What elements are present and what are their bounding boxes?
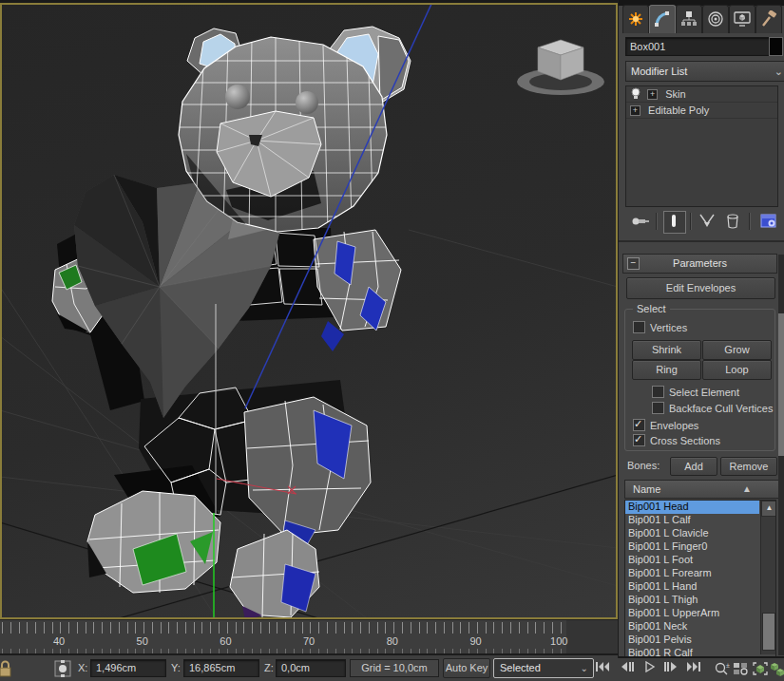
zoom-extents-all-button[interactable] — [766, 658, 784, 677]
selection-filter-value: Selected — [500, 662, 541, 673]
collapse-icon[interactable]: − — [627, 257, 640, 270]
timeline-frame-label: 100 — [550, 635, 567, 647]
timeline-labels: 405060708090100 — [0, 620, 618, 654]
bone-list-item[interactable]: Bip001 L UpperArm — [625, 607, 759, 620]
grow-button[interactable]: Grow — [702, 340, 772, 360]
bulb-icon[interactable] — [630, 87, 642, 101]
lock-selection-icon[interactable] — [0, 659, 11, 678]
bone-list-item[interactable]: Bip001 Head — [625, 501, 759, 514]
scrollbar-thumb[interactable] — [762, 613, 775, 651]
edit-envelopes-button[interactable]: Edit Envelopes — [626, 277, 775, 299]
y-coordinate-field[interactable]: 16,865cm — [183, 659, 259, 677]
modifier-stack[interactable]: + Skin + Editable Poly — [625, 85, 778, 207]
x-coordinate-field[interactable]: 1,496cm — [90, 659, 166, 677]
x-coordinate-label: X: — [78, 662, 87, 673]
remove-bone-button[interactable]: Remove — [720, 457, 777, 476]
bone-rows: Bip001 HeadBip001 L CalfBip001 L Clavicl… — [625, 501, 759, 657]
scroll-up-icon[interactable]: ▲ — [761, 501, 776, 517]
bone-list-item[interactable]: Bip001 L Foot — [625, 554, 759, 567]
bone-list-item[interactable]: Bip001 L Hand — [625, 580, 759, 594]
play-button[interactable] — [639, 658, 661, 677]
parameters-rollout-header[interactable]: − Parameters — [622, 254, 777, 274]
bone-list-item[interactable]: Bip001 Pelvis — [625, 634, 759, 647]
bone-list-item[interactable]: Bip001 L Finger0 — [625, 540, 759, 554]
loop-button[interactable]: Loop — [702, 360, 772, 380]
tab-hierarchy[interactable] — [676, 5, 702, 33]
modify-icon — [654, 10, 671, 28]
z-coordinate-field[interactable]: 0,0cm — [276, 659, 346, 677]
viewcube-gizmo — [517, 40, 604, 95]
modifier-list-dropdown[interactable]: Modifier List ⌄ — [625, 61, 784, 82]
grid-size-indicator: Grid = 10,0cm — [350, 659, 439, 677]
teddy-bear-scene — [2, 5, 616, 617]
viewport-canvas[interactable] — [0, 3, 618, 619]
selection-filter-dropdown[interactable]: Selected ⌄ — [493, 658, 594, 678]
remove-modifier-button[interactable] — [722, 211, 743, 232]
tab-display[interactable] — [729, 5, 755, 33]
modifier-stack-item-editable-poly[interactable]: + Editable Poly — [626, 103, 777, 119]
pin-stack-button[interactable] — [629, 211, 650, 232]
go-to-start-button[interactable] — [591, 658, 614, 677]
sort-ascending-icon[interactable]: ▲ — [742, 481, 752, 498]
select-element-checkbox[interactable] — [652, 386, 664, 398]
make-unique-button[interactable] — [698, 211, 718, 232]
panel-scrollbar[interactable] — [778, 255, 784, 655]
vertices-checkbox-row[interactable]: Vertices — [633, 321, 687, 333]
bone-list-item[interactable]: Bip001 L Clavicle — [625, 527, 759, 540]
expand-icon[interactable]: + — [630, 105, 641, 116]
3dsmax-window: 405060708090100 X: 1,496cm Y: 16,865cm Z… — [0, 0, 784, 681]
chevron-down-icon: ⌄ — [774, 62, 783, 81]
ring-button[interactable]: Ring — [632, 360, 701, 380]
chevron-down-icon: ⌄ — [581, 659, 588, 677]
tab-utilities[interactable] — [755, 5, 782, 33]
bones-row: Bones: Add Remove — [619, 457, 784, 476]
show-end-result-button[interactable] — [663, 211, 686, 234]
bone-list-name-header[interactable]: Name ▲ — [624, 480, 783, 499]
motion-icon — [707, 10, 724, 28]
group-title: Select — [633, 303, 670, 314]
modifier-stack-item-skin[interactable]: + Skin — [626, 86, 777, 103]
modifier-list-label: Modifier List — [631, 66, 687, 77]
modifier-label: Skin — [665, 88, 685, 100]
cross-sections-checkbox-row[interactable]: Cross Sections — [633, 434, 720, 446]
tab-create[interactable] — [622, 5, 649, 33]
tab-motion[interactable] — [702, 5, 729, 33]
bone-list-item[interactable]: Bip001 L Forearm — [625, 567, 759, 580]
backface-cull-checkbox[interactable] — [652, 402, 664, 414]
shrink-button[interactable]: Shrink — [632, 340, 701, 360]
timeline-frame-label: 40 — [53, 635, 65, 647]
vertices-checkbox[interactable] — [633, 321, 645, 333]
envelopes-checkbox[interactable] — [633, 419, 645, 431]
bones-label: Bones: — [627, 460, 660, 471]
timeline-ruler[interactable]: 405060708090100 — [0, 619, 618, 654]
absolute-mode-icon[interactable] — [53, 659, 72, 678]
divider — [619, 240, 784, 242]
bone-list[interactable]: Bip001 HeadBip001 L CalfBip001 L Clavicl… — [624, 500, 776, 657]
cross-sections-checkbox[interactable] — [633, 434, 645, 446]
hierarchy-icon — [680, 10, 698, 28]
perspective-viewport[interactable] — [0, 0, 618, 619]
tab-modify[interactable] — [649, 5, 676, 33]
timeline-frame-label: 60 — [220, 635, 231, 647]
configure-modifier-sets-button[interactable] — [758, 211, 779, 232]
bone-list-item[interactable]: Bip001 L Thigh — [625, 594, 759, 607]
panel-scrollbar-thumb[interactable] — [778, 313, 784, 456]
expand-icon[interactable]: + — [647, 89, 658, 100]
checkbox-label: Cross Sections — [650, 435, 720, 446]
envelopes-checkbox-row[interactable]: Envelopes — [633, 419, 698, 431]
bone-list-scrollbar[interactable]: ▲ — [760, 501, 775, 654]
go-to-end-button[interactable] — [682, 658, 705, 677]
bone-list-item[interactable]: Bip001 Neck — [625, 620, 759, 634]
backface-cull-checkbox-row[interactable]: Backface Cull Vertices — [652, 402, 773, 414]
next-frame-button[interactable] — [660, 658, 682, 677]
select-element-checkbox-row[interactable]: Select Element — [652, 386, 739, 398]
divider — [619, 656, 784, 658]
create-icon — [627, 10, 644, 28]
bone-list-item[interactable]: Bip001 L Calf — [625, 514, 759, 527]
rollout-title: Parameters — [673, 257, 727, 269]
add-bone-button[interactable]: Add — [670, 457, 717, 476]
auto-key-button[interactable]: Auto Key — [443, 658, 490, 678]
object-name-field[interactable]: Box001 — [625, 37, 772, 56]
previous-frame-button[interactable] — [616, 658, 639, 677]
object-color-swatch[interactable] — [769, 37, 783, 56]
